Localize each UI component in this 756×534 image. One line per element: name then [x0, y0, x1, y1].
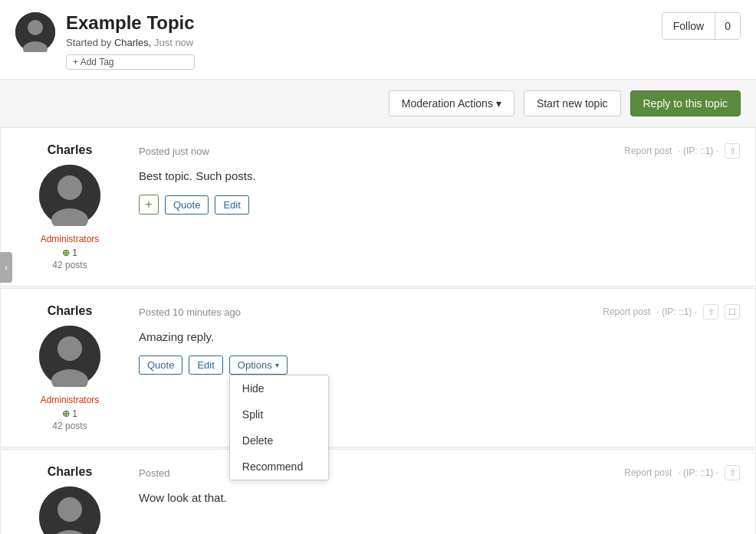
- checkbox-button[interactable]: ☐: [725, 304, 740, 319]
- post-card: Charles Posted Report post · (IP: ::1) ·: [0, 449, 756, 534]
- add-tag-button[interactable]: + Add Tag: [66, 54, 195, 70]
- rep-plus-icon: ⊕: [62, 247, 70, 258]
- topic-time: Just now: [154, 37, 193, 48]
- post-content: Posted 10 minutes ago Report post · (IP:…: [139, 304, 740, 431]
- post-ip-info: · (IP: ::1) ·: [656, 306, 697, 317]
- share-icon: ⇧: [708, 307, 715, 317]
- post-sidebar: Charles: [16, 465, 139, 534]
- post-content: Posted just now Report post · (IP: ::1) …: [139, 143, 740, 270]
- post-actions-right: Report post · (IP: ::1) · ⇧ ☐: [603, 304, 740, 319]
- post-actions-right: Report post · (IP: ::1) · ⇧: [624, 143, 740, 159]
- start-new-topic-button[interactable]: Start new topic: [524, 90, 621, 116]
- topic-meta: Started by Charles, Just now: [66, 37, 195, 48]
- post-inner: Charles Administrators ⊕ 1 42 posts: [1, 128, 755, 286]
- post-author-postcount: 42 posts: [52, 260, 87, 270]
- post-inner: Charles Administrators ⊕ 1 42 posts: [1, 289, 755, 447]
- post-author-rep: ⊕ 1: [62, 247, 77, 258]
- moderation-actions-button[interactable]: Moderation Actions ▾: [389, 90, 514, 116]
- page-header: Example Topic Started by Charles, Just n…: [0, 0, 756, 80]
- topic-info: Example Topic Started by Charles, Just n…: [66, 12, 195, 70]
- dropdown-item-recommend[interactable]: Recommend: [230, 454, 328, 480]
- post-sidebar: Charles Administrators ⊕ 1 42 posts: [16, 143, 139, 270]
- dropdown-item-hide[interactable]: Hide: [230, 375, 328, 401]
- moderation-caret-icon: ▾: [496, 97, 501, 110]
- options-label: Options: [238, 359, 272, 371]
- edit-button[interactable]: Edit: [189, 355, 222, 375]
- dropdown-item-split[interactable]: Split: [230, 401, 328, 428]
- post-text: Wow look at that.: [139, 491, 740, 504]
- checkbox-icon: ☐: [728, 307, 736, 317]
- side-toggle[interactable]: ›: [0, 252, 12, 283]
- rep-plus-icon: ⊕: [62, 408, 70, 419]
- post-header: Posted 10 minutes ago Report post · (IP:…: [139, 304, 740, 319]
- post-author-postcount: 42 posts: [52, 421, 87, 431]
- post-timestamp: Posted 10 minutes ago: [139, 306, 241, 318]
- post-text: Best topic. Such posts.: [139, 169, 740, 182]
- header-left: Example Topic Started by Charles, Just n…: [15, 12, 195, 70]
- post-author-username: Charles: [48, 143, 93, 157]
- share-icon: ⇧: [729, 146, 736, 156]
- posts-container: Charles Administrators ⊕ 1 42 posts: [0, 127, 756, 534]
- post-text: Amazing reply.: [139, 330, 740, 343]
- follow-count: 0: [715, 13, 740, 39]
- post-ip-info: · (IP: ::1) ·: [678, 146, 718, 156]
- post-inner: Charles Posted Report post · (IP: ::1) ·: [1, 450, 755, 534]
- options-dropdown-wrapper: Options ▾ Hide Split Delete Recommend: [229, 355, 288, 375]
- share-post-button[interactable]: ⇧: [725, 143, 740, 159]
- svg-point-7: [58, 336, 82, 361]
- topic-author-name: Charles,: [114, 37, 151, 48]
- post-card: Charles Administrators ⊕ 1 42 posts: [0, 127, 756, 287]
- post-author-username: Charles: [48, 304, 93, 318]
- action-bar: Moderation Actions ▾ Start new topic Rep…: [0, 80, 756, 127]
- svg-point-4: [58, 175, 82, 200]
- reply-to-topic-button[interactable]: Reply to this topic: [630, 90, 741, 116]
- rep-value: 1: [72, 247, 77, 258]
- share-icon: ⇧: [729, 468, 736, 478]
- post-actions-right: Report post · (IP: ::1) · ⇧: [624, 465, 740, 480]
- post-timestamp: Posted: [139, 467, 169, 479]
- follow-button-group: Follow 0: [662, 12, 741, 40]
- post-author-role: Administrators: [41, 395, 100, 405]
- post-header: Posted just now Report post · (IP: ::1) …: [139, 143, 740, 159]
- quote-button[interactable]: Quote: [139, 355, 182, 375]
- moderation-label: Moderation Actions: [402, 97, 493, 110]
- post-author-avatar: [39, 326, 100, 387]
- post-ip-info: · (IP: ::1) ·: [678, 467, 718, 478]
- meta-prefix: Started by: [66, 37, 111, 48]
- svg-point-1: [28, 20, 43, 35]
- post-author-username: Charles: [48, 465, 93, 479]
- post-author-avatar: [39, 486, 100, 534]
- options-dropdown-menu: Hide Split Delete Recommend: [229, 375, 329, 480]
- post-footer: + Quote Edit: [139, 195, 740, 215]
- dropdown-item-delete[interactable]: Delete: [230, 428, 328, 454]
- options-caret-icon: ▾: [275, 361, 279, 369]
- post-author-role: Administrators: [41, 234, 100, 244]
- share-post-button[interactable]: ⇧: [703, 304, 718, 319]
- rep-value: 1: [72, 408, 77, 419]
- report-post-link[interactable]: Report post: [624, 467, 672, 478]
- post-sidebar: Charles Administrators ⊕ 1 42 posts: [16, 304, 139, 431]
- post-card: Charles Administrators ⊕ 1 42 posts: [0, 288, 756, 447]
- quote-button[interactable]: Quote: [165, 195, 209, 215]
- options-button[interactable]: Options ▾: [229, 355, 288, 375]
- post-timestamp: Posted just now: [139, 146, 209, 157]
- report-post-link[interactable]: Report post: [624, 146, 672, 156]
- report-post-link[interactable]: Report post: [603, 306, 650, 317]
- share-post-button[interactable]: ⇧: [725, 465, 740, 480]
- follow-button[interactable]: Follow: [662, 13, 715, 39]
- chevron-right-icon: ›: [5, 262, 8, 273]
- post-footer: Quote Edit Options ▾ Hide Split Delete R…: [139, 355, 740, 375]
- edit-button[interactable]: Edit: [215, 195, 248, 215]
- topic-author-avatar: [15, 12, 55, 52]
- page-title: Example Topic: [66, 12, 195, 34]
- post-author-rep: ⊕ 1: [62, 408, 77, 419]
- post-author-avatar: [39, 165, 100, 226]
- svg-point-10: [58, 497, 82, 522]
- upvote-button[interactable]: +: [139, 195, 159, 215]
